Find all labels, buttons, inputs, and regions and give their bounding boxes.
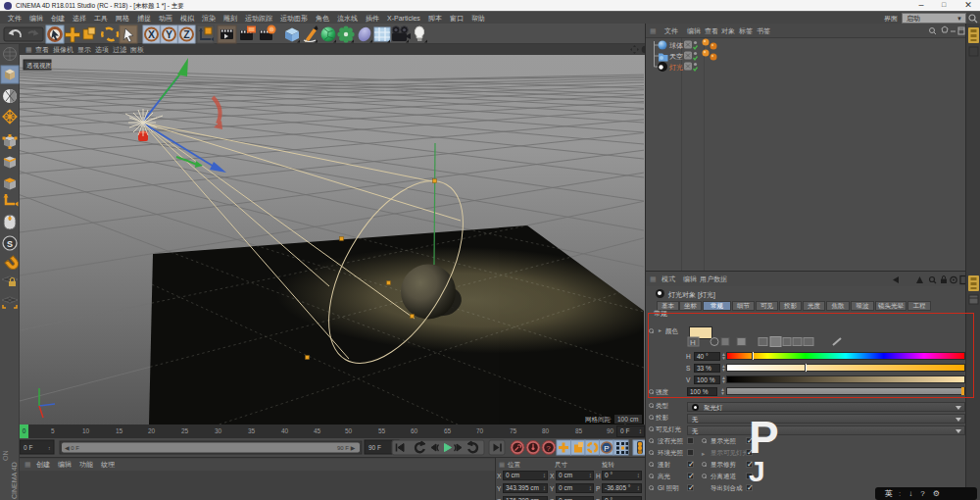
svg-text:P: P [604,444,609,453]
svg-text:90 F ▶: 90 F ▶ [337,445,356,451]
svg-text:Y: Y [166,28,172,40]
svg-text:天空: 天空 [669,53,683,60]
svg-text:透视视图: 透视视图 [26,62,52,70]
svg-text:?: ? [546,444,551,453]
svg-text:100 cm: 100 cm [617,416,638,423]
svg-text:球体: 球体 [669,42,683,50]
svg-text:0 F: 0 F [24,444,32,451]
svg-text:Z: Z [183,28,190,40]
svg-text:◀ 0 F: ◀ 0 F [65,445,79,451]
svg-text:网格间距: 网格间距 [585,416,612,424]
svg-text:S: S [7,239,13,249]
svg-text:灯光: 灯光 [669,64,683,72]
svg-text:90 F: 90 F [368,444,381,451]
svg-text:X: X [148,28,155,40]
svg-text:↕: ↕ [48,445,51,451]
